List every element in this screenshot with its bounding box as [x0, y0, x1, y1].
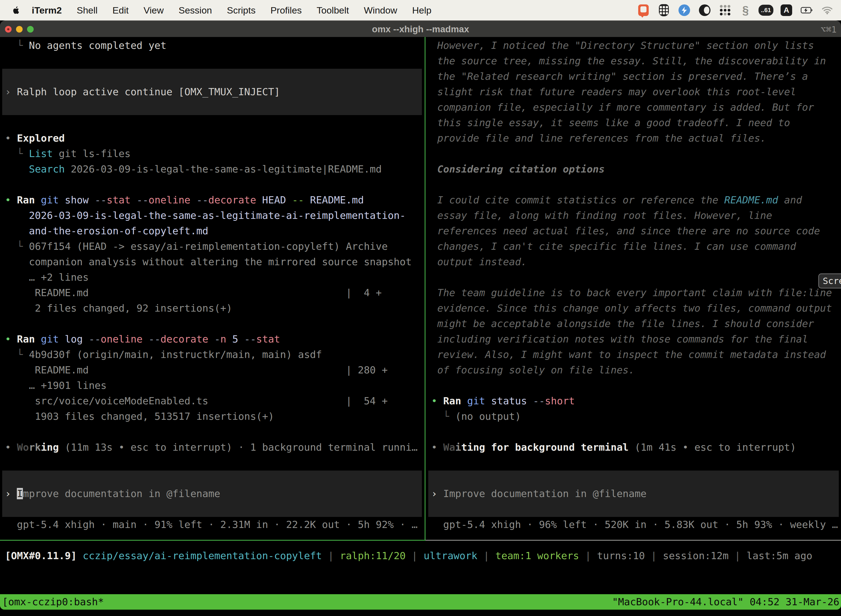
terminal-line: including verification notes with those …	[431, 331, 808, 347]
prompt-input-line[interactable]: › Improve documentation in @filename	[5, 486, 220, 502]
terminal-text-segment: might be acceptable alongside the file l…	[431, 318, 814, 329]
terminal-text-segment: ultrawork	[423, 550, 477, 561]
terminal-text-segment: 4b9d30f (origin/main, instructkr/main, m…	[29, 349, 322, 360]
menu-item-window[interactable]: Window	[356, 5, 405, 16]
menu-item-scripts[interactable]: Scripts	[219, 5, 263, 16]
terminal-text-segment: rk	[29, 441, 41, 453]
terminal-text-segment: references need actual files, and since …	[431, 225, 820, 236]
terminal-line: the "Related research writing" section i…	[431, 69, 808, 84]
terminal-text-segment: |	[579, 550, 597, 561]
terminal-line: references need actual files, and since …	[431, 223, 820, 239]
apple-menu-icon[interactable]	[12, 6, 19, 14]
terminal-text-segment: evidence. Since this change only affects…	[431, 302, 832, 314]
terminal-line: might be acceptable alongside the file l…	[431, 316, 814, 331]
pane-bottom-border-right	[425, 540, 841, 541]
terminal-text-segment: --	[292, 194, 304, 205]
terminal-text-segment: stat	[256, 333, 280, 345]
terminal-line: src/voice/voiceModeEnabled.ts | 54 +	[5, 393, 388, 409]
terminal-text-segment: n	[220, 333, 226, 345]
terminal-text-segment: No agents completed yet	[29, 40, 167, 51]
terminal-text-segment: [OMX#0.11.9]	[5, 550, 77, 561]
terminal-text-segment: └	[5, 40, 29, 51]
terminal-text-segment: i	[455, 441, 462, 453]
terminal-text-segment: of focusing solely on file lines.	[431, 364, 634, 375]
terminal-text-segment: (11m 13s • esc to interrupt) · 1 backgro…	[59, 441, 418, 453]
terminal-text-segment: … +1901 lines	[5, 380, 107, 391]
terminal-text-segment: --	[196, 194, 208, 205]
terminal-line: … +2 lines	[5, 270, 89, 285]
terminal-text-segment: 2 files changed, 92 insertions(+)	[5, 302, 232, 314]
terminal-text-segment: gpt-5.4 xhigh · main · 91% left · 2.31M …	[5, 519, 418, 530]
terminal-text-segment	[35, 333, 41, 345]
menu-item-edit[interactable]: Edit	[105, 5, 136, 16]
terminal-text-segment: I could cite commit statistics or refere…	[431, 194, 724, 205]
terminal-text-segment: |	[406, 550, 423, 561]
tmux-host-clock-label: "MacBook-Pro-44.local" 04:52 31-Mar-26	[612, 594, 840, 610]
terminal-text-segment: provide file and line references from th…	[431, 132, 766, 144]
menu-item-app[interactable]: iTerm2	[24, 5, 69, 16]
terminal-line: this single essay, it seems like a good …	[431, 115, 790, 131]
terminal-line: changes, I can't cite specific file line…	[431, 239, 796, 254]
terminal-text-segment: HEAD	[256, 194, 292, 205]
terminal-text-segment: ing	[41, 441, 59, 453]
badge-61-icon[interactable]: ..61	[760, 4, 772, 16]
tmux-pane-right[interactable]: However, I noticed the "Directory Struct…	[425, 37, 841, 540]
injected-command-line: › Ralph loop active continue [OMX_TMUX_I…	[5, 84, 280, 100]
wifi-icon[interactable]	[821, 4, 833, 16]
prompt-input-line[interactable]: › Improve documentation in @filename	[431, 486, 646, 502]
terminal-text-segment: •	[431, 441, 443, 453]
menu-item-view[interactable]: View	[136, 5, 171, 16]
terminal-text-segment: •	[5, 333, 17, 345]
dots-grid-icon[interactable]	[719, 4, 731, 16]
menu-item-shell[interactable]: Shell	[69, 5, 105, 16]
terminal-line: └ 4b9d30f (origin/main, instructkr/main,…	[5, 347, 322, 362]
pane-bottom-border-left	[0, 540, 425, 541]
terminal-line: of focusing solely on file lines.	[431, 362, 634, 378]
pane-divider[interactable]	[425, 37, 425, 541]
squiggle-status-icon[interactable]: §	[740, 4, 752, 16]
menu-item-session[interactable]: Session	[171, 5, 219, 16]
terminal-text-segment: git	[41, 333, 59, 345]
terminal-text-segment: last:5m ago	[747, 550, 812, 561]
terminal-text-segment	[461, 395, 467, 406]
terminal-line: companion analysis without altering the …	[5, 254, 412, 270]
terminal-text-segment: 2026-03-09-is-legal-the-same-as-legitima…	[5, 210, 406, 221]
terminal-text-segment: including verification notes with those …	[431, 333, 808, 345]
terminal-text-segment: ›	[5, 488, 17, 499]
terminal-text-segment: ›	[5, 86, 17, 97]
terminal-text-segment: stat	[107, 194, 131, 205]
menu-item-help[interactable]: Help	[405, 5, 439, 16]
terminal-text-segment: README.md	[304, 194, 364, 205]
screen-share-overlay-chip[interactable]: Scre	[818, 273, 841, 288]
blue-bolt-app-icon[interactable]	[678, 4, 690, 16]
menu-item-profiles[interactable]: Profiles	[263, 5, 309, 16]
tmux-pane-left[interactable]: └ No agents completed yet› Ralph loop ac…	[0, 37, 425, 540]
screen-record-indicator-icon[interactable]	[637, 4, 649, 16]
menu-item-toolbelt[interactable]: Toolbelt	[309, 5, 356, 16]
terminal-content[interactable]: └ No agents completed yet› Ralph loop ac…	[0, 37, 841, 540]
terminal-text-segment: --	[533, 395, 545, 406]
terminal-text-segment: └	[5, 148, 29, 159]
terminal-text-segment: (1m 41s • esc to interrupt)	[629, 441, 796, 453]
terminal-text-segment	[35, 194, 41, 205]
window-title-bar[interactable]: omx --xhigh --madmax ⌥⌘1	[0, 21, 841, 37]
terminal-line: essay file, along with finding root file…	[431, 208, 772, 223]
keypad-shield-icon[interactable]	[658, 4, 670, 16]
a-badge-icon[interactable]: A	[780, 4, 793, 16]
terminal-text-segment: this single essay, it seems like a good …	[431, 117, 790, 128]
terminal-text-segment: --	[148, 333, 160, 345]
terminal-text-segment: session:12m	[663, 550, 728, 561]
battery-icon[interactable]	[801, 4, 813, 16]
working-status-line: • Working (11m 13s • esc to interrupt) ·…	[5, 440, 418, 455]
terminal-text-segment: mprove documentation in @filename	[23, 488, 220, 499]
terminal-text-segment: -	[214, 333, 220, 345]
terminal-text-segment: decorate	[161, 333, 208, 345]
terminal-text-segment: git ls-files	[53, 148, 130, 159]
terminal-text-segment: 5	[226, 333, 244, 345]
moon-crescent-app-icon[interactable]	[699, 4, 711, 16]
terminal-line: provide file and line references from th…	[431, 131, 766, 146]
terminal-text-segment: output instead.	[431, 256, 527, 267]
terminal-text-segment: README.md | 280 +	[5, 364, 388, 375]
terminal-text-segment: Ran	[17, 333, 35, 345]
macos-menu-bar: iTerm2 Shell Edit View Session Scripts P…	[0, 0, 841, 21]
